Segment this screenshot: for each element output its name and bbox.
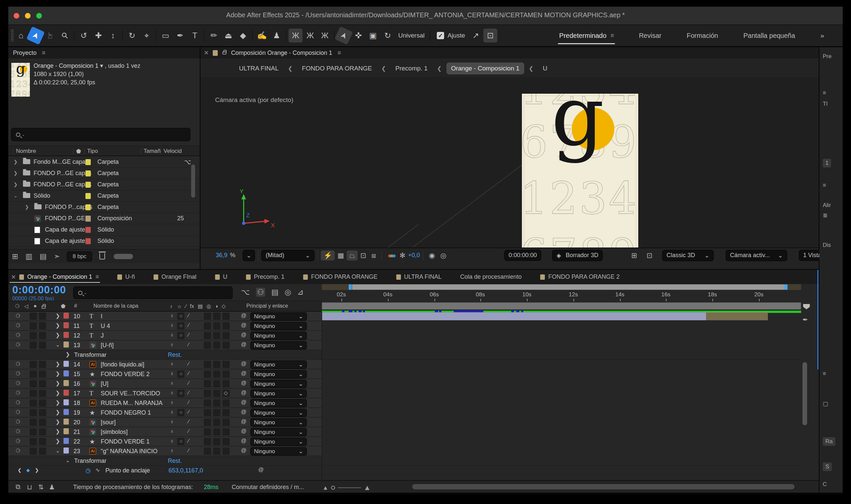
layer-color-chip[interactable]	[64, 409, 69, 415]
layer-bar-row[interactable]	[322, 456, 801, 466]
solo-toggle-box[interactable]	[39, 428, 46, 435]
solo-toggle-box[interactable]	[39, 419, 46, 426]
parent-pickwhip-icon[interactable]: @	[241, 380, 246, 386]
ground-plane-icon[interactable]: ⊞	[628, 251, 640, 260]
timeline-tab[interactable]: Precomp. 1	[243, 270, 287, 284]
switch-box[interactable]	[204, 380, 211, 388]
delete-item-icon[interactable]	[100, 253, 105, 259]
solo-toggle-box[interactable]	[39, 390, 46, 397]
layer-visibility-icon[interactable]: ⚆	[16, 332, 20, 338]
view-dropdown[interactable]: Cámara activ...⌄	[726, 250, 787, 261]
expand-arrow-icon[interactable]: ⌄	[55, 342, 60, 348]
reset-link[interactable]: Rest.	[168, 457, 182, 465]
draft-quality-icon[interactable]: ∕	[188, 313, 189, 319]
layer-row[interactable]: ⚆❯17TSOUR VE...TORCIDO♁☼∕◇@Ninguno⌄	[8, 389, 322, 398]
expand-arrow-icon[interactable]: ❯	[55, 438, 60, 444]
draft-quality-icon[interactable]: ∕	[188, 438, 189, 444]
parent-dropdown[interactable]: Ninguno⌄	[250, 322, 307, 330]
layer-color-chip[interactable]	[64, 361, 69, 367]
audio-toggle-box[interactable]	[30, 380, 37, 388]
parent-dropdown[interactable]: Ninguno⌄	[250, 418, 307, 427]
switch-box[interactable]	[204, 313, 211, 320]
switch-box[interactable]	[223, 332, 230, 339]
parent-pickwhip-icon[interactable]: @	[241, 448, 246, 453]
parent-pickwhip-icon[interactable]: @	[241, 438, 246, 444]
puppet-pin-icon[interactable]: ♟	[270, 29, 284, 42]
expand-arrow-icon[interactable]: ❯	[25, 204, 29, 210]
layer-name[interactable]: [sour]	[101, 419, 116, 426]
layer-color-chip[interactable]	[64, 322, 69, 328]
expand-arrow-icon[interactable]: ⌄	[14, 193, 18, 198]
layer-row[interactable]: ⚆⌄23Ai"g" NARANJA INICIO♁∕@Ninguno⌄	[8, 447, 322, 456]
col-tamano[interactable]: Tamañ	[141, 148, 161, 155]
tab-close-icon[interactable]: ✕	[11, 273, 16, 281]
draft-quality-icon[interactable]: ∕	[188, 380, 189, 386]
draft-quality-icon[interactable]: ∕	[188, 399, 189, 405]
layer-bar-row[interactable]	[322, 466, 801, 475]
shy-icon[interactable]: ♁	[170, 380, 174, 386]
parent-pickwhip-icon[interactable]: @	[241, 409, 246, 415]
timeline-tab[interactable]: U	[212, 270, 230, 284]
expand-arrow-icon[interactable]: ❯	[14, 182, 18, 187]
quality-sun-icon[interactable]: ☼	[178, 390, 183, 396]
label-column-icon[interactable]: ⬟	[73, 148, 81, 155]
layer-name-column[interactable]: Nombre de la capa	[93, 303, 138, 309]
keyframe-nav-icon[interactable]: ◆	[26, 467, 30, 473]
collapsed-panel-≡[interactable]: ≡	[823, 182, 826, 189]
parent-dropdown[interactable]: Ninguno⌄	[250, 360, 307, 369]
switch-box[interactable]	[213, 332, 220, 339]
layer-row[interactable]: ⚆❯10TI♁☼∕@Ninguno⌄	[8, 312, 322, 321]
switch-box[interactable]	[223, 313, 230, 320]
switch-box[interactable]	[204, 399, 211, 407]
draft-quality-icon[interactable]: ∕	[188, 322, 189, 328]
switch-box[interactable]	[213, 361, 220, 368]
toggle-switches-button[interactable]: Conmutar definidores / m...	[232, 484, 304, 491]
project-row[interactable]: ⌄SólidoCarpeta	[8, 191, 200, 202]
project-search-input[interactable]: ⌄	[11, 128, 191, 141]
navigator-end-handle[interactable]	[784, 284, 787, 290]
collapsed-panel-≡[interactable]: ≡	[823, 371, 826, 377]
composition-mini-flowchart-icon[interactable]: ⌥	[241, 288, 250, 297]
draft-quality-icon[interactable]: ∕	[188, 428, 189, 434]
switch-box[interactable]	[204, 409, 211, 416]
solo-toggle-box[interactable]	[39, 448, 46, 455]
solo-column-icon[interactable]: ●	[34, 303, 37, 309]
layer-visibility-icon[interactable]: ⚆	[16, 342, 20, 348]
property-value[interactable]: 653,0,1167,0	[169, 467, 203, 474]
switch-box[interactable]	[223, 361, 230, 368]
unlock-icon[interactable]	[223, 52, 226, 54]
expand-arrow-icon[interactable]: ❯	[55, 399, 60, 406]
shy-icon[interactable]: ♁	[170, 313, 174, 319]
renderer-dropdown[interactable]: Classic 3D⌄	[662, 250, 714, 261]
switch-box[interactable]	[204, 438, 211, 445]
solo-toggle-box[interactable]	[39, 332, 46, 339]
expand-modes-icon[interactable]: ⊔	[27, 483, 32, 491]
fast-previews-icon[interactable]: ⚡	[321, 251, 335, 260]
label-color-chip[interactable]	[85, 216, 91, 221]
collapsed-panel-1[interactable]: 1	[823, 159, 831, 167]
transparency-grid-icon[interactable]: ▦	[335, 251, 347, 260]
switch-box[interactable]	[204, 322, 211, 329]
timeline-search-input[interactable]: ⌄	[73, 286, 233, 299]
switch-box[interactable]	[223, 380, 230, 388]
parent-pickwhip-icon[interactable]: @	[241, 428, 246, 434]
parent-dropdown[interactable]: Ninguno⌄	[250, 341, 307, 349]
snap-checkbox[interactable]: ✓	[437, 32, 444, 39]
layer-name[interactable]: "g" NARANJA INICIO	[101, 448, 158, 455]
parent-pickwhip-icon[interactable]: @	[241, 322, 246, 328]
switch-column-icon[interactable]: ◇	[222, 303, 226, 309]
switch-box[interactable]	[223, 438, 230, 445]
guides-icon[interactable]: ⧈	[369, 251, 379, 260]
collapsed-panel-▢[interactable]: ▢	[823, 400, 828, 407]
quality-sun-icon[interactable]: ☼	[178, 313, 183, 319]
switch-box[interactable]	[223, 322, 230, 329]
layer-row[interactable]: ⚆❯18AiRUEDA M... NARANJA♁∕@Ninguno⌄	[8, 398, 322, 408]
layer-visibility-icon[interactable]: ⚆	[16, 361, 20, 367]
collapsed-panel-≣[interactable]: ≣	[823, 212, 828, 219]
expand-arrow-icon[interactable]: ❯	[14, 159, 18, 164]
parent-pickwhip-icon[interactable]: @	[241, 390, 246, 396]
timeline-tab[interactable]: FONDO PARA ORANGE 2	[537, 270, 622, 284]
parent-dropdown[interactable]: Ninguno⌄	[250, 390, 307, 398]
collapsed-panel-tl[interactable]: Tl	[823, 101, 828, 107]
layer-color-chip[interactable]	[64, 313, 69, 319]
